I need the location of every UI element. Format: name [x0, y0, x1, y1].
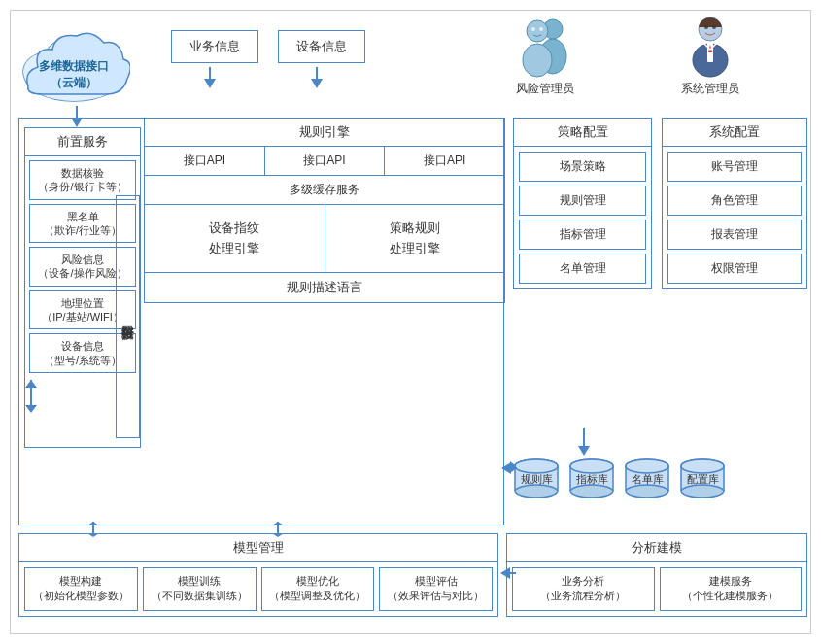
svg-marker-15: [311, 79, 323, 88]
api-box-2: 接口API: [265, 147, 386, 175]
strategy-item-2: 规则管理: [519, 186, 646, 216]
model-management-title: 模型管理: [19, 534, 497, 562]
sys-admin-label: 系统管理员: [681, 81, 739, 97]
db-row: 规则库 指标库: [511, 458, 728, 498]
system-config-panel: 系统配置 账号管理 角色管理 报表管理 权限管理: [662, 118, 807, 289]
analysis-modeling-title: 分析建模: [507, 534, 806, 562]
svg-marker-69: [272, 522, 284, 525]
svg-point-21: [539, 27, 543, 31]
svg-marker-29: [25, 380, 37, 388]
front-service-item-1: 数据核验（身份/银行卡等）: [29, 160, 136, 200]
strategy-item-3: 指标管理: [519, 220, 646, 250]
svg-point-37: [515, 485, 558, 498]
svg-point-20: [531, 27, 535, 31]
rule-engine-title: 规则引擎: [145, 119, 504, 147]
data-analysis-interface: 数据分析接口: [116, 195, 140, 438]
system-item-3: 报表管理: [667, 220, 802, 250]
left-updown-arrow: [24, 380, 39, 414]
api-box-3: 接口API: [385, 147, 504, 175]
svg-text:名单库: 名单库: [632, 473, 664, 485]
system-config-title: 系统配置: [663, 119, 806, 147]
svg-point-47: [570, 459, 613, 473]
system-item-4: 权限管理: [667, 254, 802, 284]
svg-point-54: [626, 459, 668, 473]
svg-point-18: [527, 20, 548, 42]
sys-admin: 系统管理员: [681, 16, 739, 97]
front-service-title: 前置服务: [25, 128, 140, 156]
dev-info-box: 设备信息: [278, 30, 365, 63]
analysis-item-1: 业务分析（业务流程分析）: [512, 567, 655, 611]
api-box-1: 接口API: [145, 147, 265, 175]
svg-point-24: [712, 25, 716, 29]
engine-fingerprint: 设备指纹处理引擎: [145, 205, 325, 272]
strategy-config-panel: 策略配置 场景策略 规则管理 指标管理 名单管理: [513, 118, 652, 289]
model-item-1: 模型构建（初始化模型参数）: [24, 567, 138, 611]
biz-info-box: 业务信息: [171, 30, 258, 63]
risk-admin: 风险管理员: [516, 16, 574, 97]
cloud-down-arrow: [67, 106, 86, 127]
svg-text:规则库: 规则库: [521, 473, 553, 485]
rule-desc-to-db-arrow: [501, 460, 519, 476]
model-item-3: 模型优化（模型调整及优化）: [261, 567, 375, 611]
analysis-item-2: 建模服务（个性化建模服务）: [660, 567, 803, 611]
architecture-diagram: 多维数据接口 （云端） 业务信息 设备信息: [10, 10, 811, 634]
svg-marker-34: [578, 446, 590, 456]
rule-desc-language: 规则描述语言: [145, 273, 504, 302]
system-item-2: 角色管理: [667, 186, 802, 216]
svg-marker-11: [71, 118, 83, 127]
db-configs: 配置库: [677, 458, 728, 498]
db-names: 名单库: [622, 458, 672, 498]
strategy-config-title: 策略配置: [514, 119, 651, 147]
analysis-modeling-panel: 分析建模 业务分析（业务流程分析） 建模服务（个性化建模服务）: [506, 533, 807, 617]
svg-text:多维数据接口: 多维数据接口: [39, 59, 109, 73]
strategy-down-arrow: [574, 428, 594, 458]
svg-text:（云端）: （云端）: [51, 76, 97, 89]
svg-marker-64: [501, 462, 511, 474]
svg-point-51: [626, 485, 668, 498]
svg-point-40: [515, 459, 558, 473]
svg-point-44: [570, 485, 613, 498]
cloud-box: 多维数据接口 （云端）: [18, 18, 130, 106]
svg-point-58: [681, 485, 724, 498]
rule-engine-box: 规则引擎 接口API 接口API 接口API 多级缓存服务 设备指纹处理引擎 策…: [144, 118, 505, 303]
risk-admin-label: 风险管理员: [516, 81, 574, 97]
engine-strategy: 策略规则处理引擎: [325, 205, 505, 272]
svg-marker-13: [204, 79, 216, 88]
biz-down-arrow: [200, 67, 220, 88]
svg-point-19: [523, 44, 552, 77]
svg-marker-30: [25, 405, 37, 413]
cache-service: 多级缓存服务: [145, 176, 504, 205]
svg-marker-66: [87, 522, 99, 525]
system-item-1: 账号管理: [667, 152, 802, 182]
svg-point-61: [681, 459, 724, 473]
model-item-2: 模型训练（不同数据集训练）: [143, 567, 257, 611]
strategy-item-4: 名单管理: [519, 254, 646, 284]
model-item-4: 模型评估（效果评估与对比）: [379, 567, 493, 611]
dev-down-arrow: [307, 67, 326, 88]
db-indexes: 指标库: [566, 458, 617, 498]
svg-text:配置库: 配置库: [687, 473, 719, 485]
svg-point-23: [704, 25, 708, 29]
strategy-item-1: 场景策略: [519, 152, 646, 182]
model-management-panel: 模型管理 模型构建（初始化模型参数） 模型训练（不同数据集训练） 模型优化（模型…: [18, 533, 498, 617]
svg-text:指标库: 指标库: [575, 473, 608, 485]
